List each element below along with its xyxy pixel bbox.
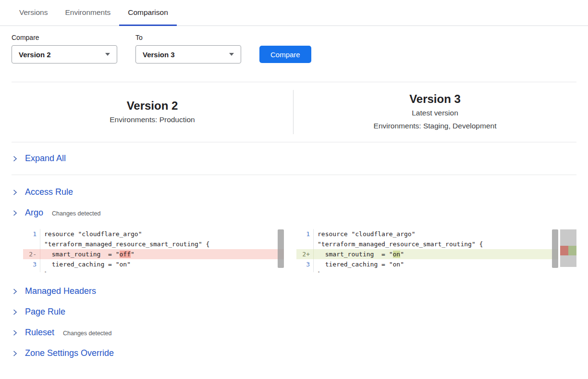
code-text: } [314, 269, 558, 272]
right-version-latest: Latest version [294, 106, 576, 119]
code-line: 1 resource "cloudflare_argo" [23, 229, 284, 239]
code-line: 3 tiered_caching = "on" [23, 259, 284, 269]
minimap-deletion-marker [560, 246, 568, 255]
minimap-change-band [560, 246, 576, 255]
section-argo[interactable]: Argo Changes detected [12, 202, 576, 223]
chevron-right-icon [12, 189, 18, 196]
section-managed-headers[interactable]: Managed Headers [12, 281, 576, 302]
expand-all-label: Expand All [25, 153, 66, 164]
compare-button[interactable]: Compare [259, 46, 311, 63]
scrollbar-thumb[interactable] [552, 229, 558, 268]
line-number: 1 [296, 229, 314, 239]
added-word: on [393, 251, 401, 258]
section-label: Page Rule [25, 307, 65, 317]
chevron-right-icon [12, 155, 18, 162]
line-number: 4 [23, 269, 40, 272]
version-headers: Version 2 Environments: Production Versi… [12, 82, 576, 142]
code-line: 1 resource "cloudflare_argo" [296, 229, 558, 239]
left-version-title: Version 2 [12, 99, 293, 113]
version-headers-wrap: Version 2 Environments: Production Versi… [12, 82, 576, 142]
code-text: smart_routing = "on" [314, 249, 558, 259]
scrollbar[interactable] [278, 229, 284, 272]
line-number: 1 [23, 229, 40, 239]
code-text: tiered_caching = "on" [40, 259, 284, 269]
section-page-rule[interactable]: Page Rule [12, 302, 576, 322]
changes-badge: Changes detected [52, 209, 100, 217]
code-line-deleted: 2- smart_routing = "off" [23, 249, 284, 259]
line-number: 4 [296, 269, 314, 272]
compare-from-value: Version 2 [19, 51, 51, 59]
chevron-right-icon [12, 288, 18, 295]
chevron-right-icon [12, 309, 18, 316]
right-version-environments: Environments: Staging, Development [294, 119, 576, 132]
code-line-added: 2+ smart_routing = "on" [296, 249, 558, 259]
line-number [296, 239, 314, 249]
code-text: } [40, 269, 284, 272]
compare-to-value: Version 3 [143, 51, 175, 59]
code-line: "terraform_managed_resource_smart_routin… [23, 239, 284, 249]
code-text: resource "cloudflare_argo" [40, 229, 284, 239]
minimap-addition-marker [568, 246, 576, 255]
code-line: "terraform_managed_resource_smart_routin… [296, 239, 558, 249]
code-text: resource "cloudflare_argo" [314, 229, 558, 239]
line-number: 3 [23, 259, 40, 269]
compare-controls: Compare Version 2 To Version 3 Compare [12, 34, 576, 63]
tab-environments[interactable]: Environments [56, 0, 119, 26]
section-label: Zone Settings Override [25, 348, 114, 358]
section-list: Access Rule Argo Changes detected 1 reso… [12, 175, 576, 364]
code-text: tiered_caching = "on" [314, 259, 558, 269]
section-label: Access Rule [25, 187, 73, 197]
diff-panel-right: 1 resource "cloudflare_argo" "terraform_… [296, 229, 558, 272]
tab-comparison[interactable]: Comparison [119, 0, 177, 26]
line-number [23, 239, 40, 249]
chevron-right-icon [12, 329, 18, 336]
scrollbar[interactable] [552, 229, 558, 272]
chevron-down-icon [229, 53, 234, 56]
code-text: "terraform_managed_resource_smart_routin… [314, 239, 558, 249]
line-number: 2+ [296, 249, 314, 259]
compare-from-select[interactable]: Version 2 [12, 45, 117, 63]
section-ruleset[interactable]: Ruleset Changes detected [12, 322, 576, 343]
scrollbar-thumb[interactable] [278, 229, 284, 268]
diff-panel-left: 1 resource "cloudflare_argo" "terraform_… [23, 229, 284, 272]
section-label: Argo [25, 208, 43, 218]
right-version-title: Version 3 [294, 92, 576, 106]
diff-minimap[interactable] [560, 229, 576, 267]
compare-to-select[interactable]: Version 3 [135, 45, 241, 63]
chevron-down-icon [105, 53, 110, 56]
left-version-environments: Environments: Production [12, 113, 293, 126]
line-number: 2- [23, 249, 40, 259]
code-text: smart_routing = "off" [40, 249, 284, 259]
compare-from-label: Compare [12, 34, 117, 41]
compare-to-label: To [135, 34, 241, 41]
code-line: 4 } [23, 269, 284, 272]
tabs-bar: Versions Environments Comparison [0, 0, 588, 26]
code-text: "terraform_managed_resource_smart_routin… [40, 239, 284, 249]
changes-badge: Changes detected [63, 328, 111, 337]
argo-diff: 1 resource "cloudflare_argo" "terraform_… [23, 229, 576, 272]
deleted-word: off [120, 251, 131, 258]
section-zone-settings-override[interactable]: Zone Settings Override [12, 343, 576, 364]
code-line: 4 } [296, 269, 558, 272]
line-number: 3 [296, 259, 314, 269]
tab-versions[interactable]: Versions [11, 0, 56, 26]
compare-to-field: To Version 3 [135, 34, 241, 63]
section-access-rule[interactable]: Access Rule [12, 182, 576, 202]
compare-from-field: Compare Version 2 [12, 34, 117, 63]
version-panel-left: Version 2 Environments: Production [12, 82, 293, 142]
chevron-right-icon [12, 350, 18, 357]
section-label: Ruleset [25, 328, 54, 338]
section-label: Managed Headers [25, 286, 96, 296]
expand-all-row[interactable]: Expand All [12, 142, 576, 175]
version-panel-right: Version 3 Latest version Environments: S… [294, 82, 576, 142]
chevron-right-icon [12, 210, 18, 216]
code-line: 3 tiered_caching = "on" [296, 259, 558, 269]
